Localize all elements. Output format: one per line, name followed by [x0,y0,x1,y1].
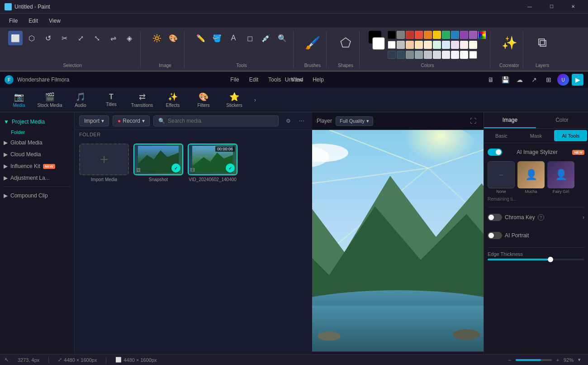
toolbar-audio-button[interactable]: 🎵 Audio [66,90,95,110]
fill-button[interactable]: 🪣 [210,31,224,45]
color-wheel-swatch[interactable] [478,31,486,39]
color-swatch[interactable] [406,41,414,49]
pencil-button[interactable]: ✏️ [194,31,208,45]
color-swatch[interactable] [442,41,450,49]
sidebar-item-project-media[interactable]: ▼ Project Media [0,116,74,128]
toolbar-transitions-button[interactable]: ⇄ Transitions [128,90,156,110]
color-swatch[interactable] [433,51,441,59]
sidebar-item-global-media[interactable]: ▶ Global Media [0,137,74,149]
eyedrop-button[interactable]: 💉 [259,31,273,45]
color-swatch[interactable] [415,41,423,49]
color-swatch[interactable] [388,41,396,49]
chroma-expand-icon[interactable]: › [583,214,584,221]
color-swatch[interactable] [469,31,477,39]
color-swatch[interactable] [433,41,441,49]
color-swatch[interactable] [442,51,450,59]
toolbar-effects-button[interactable]: ✨ Effects [158,90,187,110]
sidebar-item-adjustment-layer[interactable]: ▶ Adjustment La... [0,172,74,184]
tab-image[interactable]: Image [484,112,536,128]
chroma-info-icon[interactable]: ? [538,214,544,221]
style-none-thumb[interactable]: — [488,161,515,188]
zoom-dropdown-button[interactable]: ▾ [575,356,583,364]
color-swatch[interactable] [397,31,405,39]
color-swatch[interactable] [469,51,477,59]
cocreator-button[interactable]: ✨ [499,31,519,54]
selection-rect-button[interactable]: ⬜ [8,31,23,45]
quality-selector[interactable]: Full Quality ▾ [336,116,373,126]
video-thumb[interactable]: 00:00:06 🎞 ✓ [188,144,237,175]
style-mucha-thumb[interactable]: 👤 [517,161,545,188]
filmora-menu-help[interactable]: Help [308,75,328,85]
color-swatch[interactable] [460,31,468,39]
color-swatch[interactable] [406,31,414,39]
import-thumb[interactable]: + [79,144,129,175]
paint-menu-file[interactable]: File [5,16,22,26]
media-item-snapshot[interactable]: 🖼 ✓ Snapshot [133,144,183,182]
selection-free-button[interactable]: ⬡ [24,31,39,45]
crop-button[interactable]: ✂ [57,31,71,45]
text-button[interactable]: A [226,31,241,45]
color-swatch[interactable] [442,31,450,39]
zoom-slider[interactable] [516,359,552,361]
color-swatch[interactable] [397,41,405,49]
style-mucha-item[interactable]: 👤 Mucha [517,161,545,194]
filmora-monitor-icon[interactable]: 🖥 [485,74,497,86]
color-swatch[interactable] [469,41,477,49]
filmora-menu-tools[interactable]: Tools [264,75,285,85]
color-swatch[interactable] [415,51,423,59]
paint-menu-view[interactable]: View [44,16,65,26]
subtab-basic[interactable]: Basic [485,130,518,141]
color-swatch[interactable] [388,31,396,39]
style-fairy-thumb[interactable]: 👤 [547,161,574,188]
color-adjust-button[interactable]: 🎨 [166,31,180,45]
toolbar-more-button[interactable]: › [251,90,260,110]
edge-thickness-knob[interactable] [548,257,553,262]
sidebar-item-compound-clip[interactable]: ▶ Compound Clip [0,190,74,202]
close-button[interactable]: ✕ [563,0,583,14]
color-swatch[interactable] [406,51,414,59]
shapes-button[interactable]: ⬠ [336,31,356,54]
snapshot-thumb[interactable]: 🖼 ✓ [133,144,183,175]
style-none-item[interactable]: — None [488,161,515,194]
sidebar-item-folder[interactable]: Folder [0,128,74,137]
skew-button[interactable]: ⤡ [90,31,104,45]
flip-button[interactable]: ⇌ [106,31,120,45]
filmora-cloud-icon[interactable]: ☁ [514,74,526,86]
edge-thickness-track[interactable] [488,259,584,260]
toolbar-media-button[interactable]: 📷 Media [5,90,33,110]
toolbar-titles-button[interactable]: T Titles [97,90,126,110]
media-item-video[interactable]: 00:00:06 🎞 ✓ VID_20240602_140400 [188,144,237,182]
subtab-ai-tools[interactable]: AI Tools [554,130,587,141]
filmora-share-icon[interactable]: ↗ [528,74,540,86]
filter-icon[interactable]: ⚙ [282,115,294,127]
color-swatch[interactable] [424,31,432,39]
transform-button[interactable]: ◈ [122,31,137,45]
filmora-menu-edit[interactable]: Edit [245,75,263,85]
rotate-button[interactable]: ↺ [41,31,55,45]
layers-button[interactable]: ⧉ [532,31,552,54]
color-swatch[interactable] [460,41,468,49]
color-swatch[interactable] [451,31,459,39]
color-swatch[interactable] [415,31,423,39]
import-button[interactable]: Import ▾ [79,115,109,126]
subtab-mask[interactable]: Mask [520,130,553,141]
ai-stylizer-toggle[interactable] [488,149,502,156]
filmora-user-avatar[interactable]: U [557,74,569,86]
color-swatch[interactable] [451,51,459,59]
color-swatch[interactable] [460,51,468,59]
sidebar-item-influence-kit[interactable]: ▶ Influence Kit NEW [0,160,74,172]
toolbar-filters-button[interactable]: 🎨 Filters [189,90,218,110]
search-input[interactable] [168,118,274,124]
maximize-button[interactable]: ☐ [541,0,562,14]
adjust-button[interactable]: 🔆 [150,31,164,45]
color-swatch[interactable] [424,51,432,59]
filmora-save-icon[interactable]: 💾 [499,74,511,86]
more-options-icon[interactable]: ⋯ [296,115,308,127]
filmora-grid-icon[interactable]: ⊞ [543,74,555,86]
sidebar-item-cloud-media[interactable]: ▶ Cloud Media [0,149,74,160]
chroma-key-toggle[interactable] [488,214,502,221]
style-fairy-item[interactable]: 👤 Fairy Girl [547,161,574,194]
filmora-menu-file[interactable]: File [226,75,243,85]
resize-button[interactable]: ⤢ [73,31,88,45]
toolbar-stock-button[interactable]: 🎬 Stock Media [35,90,64,110]
